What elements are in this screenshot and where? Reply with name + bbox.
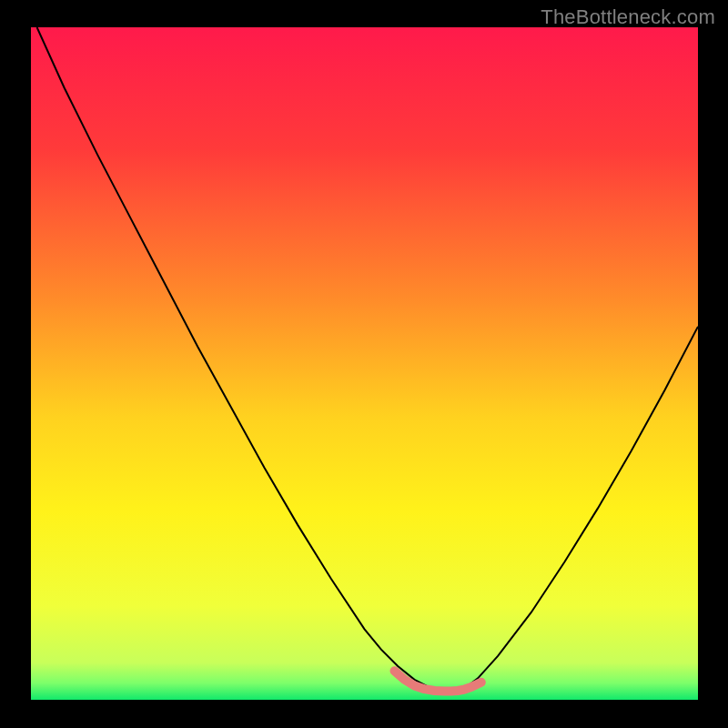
- plot-area: [31, 27, 698, 700]
- site-watermark: TheBottleneck.com: [541, 5, 715, 29]
- chart-frame: TheBottleneck.com: [0, 0, 728, 728]
- chart-svg: [31, 27, 698, 700]
- gradient-background: [31, 27, 698, 700]
